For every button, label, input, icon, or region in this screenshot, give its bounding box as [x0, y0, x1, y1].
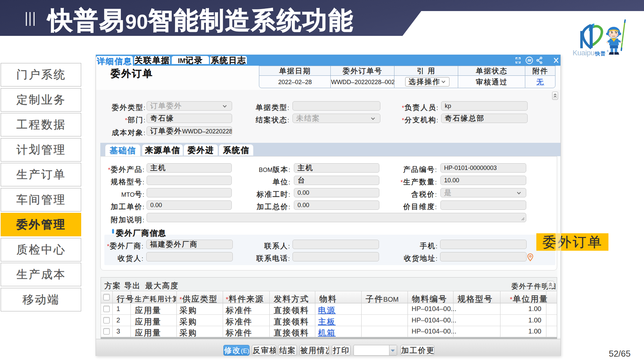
- svg-text:Kuaipu: Kuaipu: [573, 49, 595, 57]
- svg-text:快普: 快普: [595, 51, 606, 56]
- svg-text:®: ®: [607, 50, 609, 52]
- svg-text:IM: IM: [527, 59, 531, 62]
